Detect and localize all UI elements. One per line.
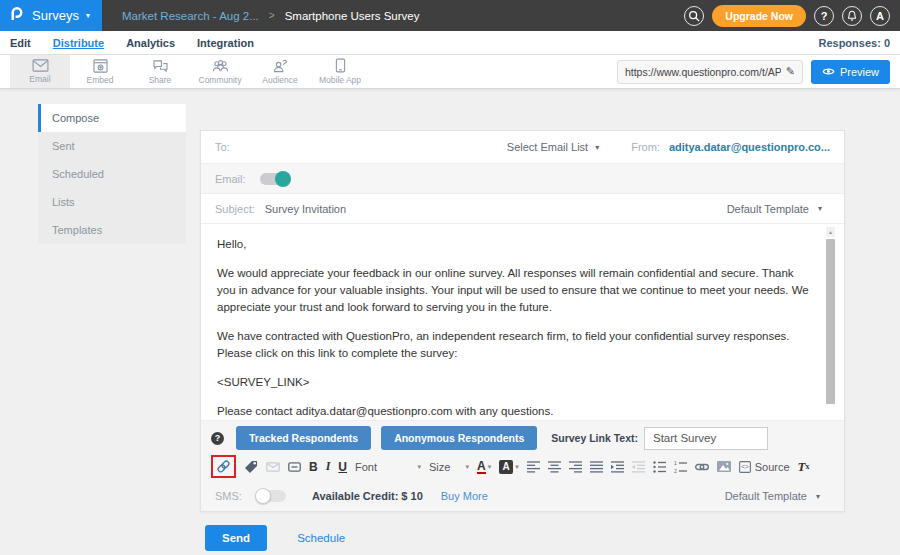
mobile-phone-icon [335, 58, 346, 73]
survey-url-field[interactable]: https://www.questionpro.com/t/APNrFZ ✎ [617, 60, 803, 84]
top-navbar: Surveys ▾ Market Research - Aug 2... > S… [0, 0, 900, 31]
edit-url-icon[interactable]: ✎ [786, 65, 795, 78]
anonymous-respondents-button[interactable]: Anonymous Respondents [381, 426, 537, 450]
channel-tab-mobile-app[interactable]: Mobile App [310, 55, 370, 88]
notifications-button[interactable] [842, 6, 862, 26]
breadcrumb-survey-title: Smartphone Users Survey [285, 10, 420, 22]
app-screen: Surveys ▾ Market Research - Aug 2... > S… [0, 0, 900, 555]
community-people-icon [212, 59, 229, 73]
tracked-respondents-button[interactable]: Tracked Respondents [236, 426, 371, 450]
tag-button[interactable] [244, 460, 258, 474]
available-credit-label: Available Credit: $ 10 [312, 490, 423, 502]
button-icon [288, 462, 301, 472]
font-family-select[interactable]: Font ▾ [355, 461, 421, 473]
italic-button[interactable]: I [326, 459, 331, 474]
survey-link-text-input[interactable] [644, 427, 768, 450]
font-size-select[interactable]: Size ▾ [429, 461, 469, 473]
channel-tab-audience[interactable]: Audience [250, 55, 310, 88]
channel-tab-community[interactable]: Community [190, 55, 250, 88]
chain-link-icon [216, 459, 231, 474]
outdent-button[interactable] [632, 461, 645, 473]
distribute-channel-toolbar: Email Embed Share Community Audience Mob… [0, 55, 900, 89]
tab-integration[interactable]: Integration [197, 37, 254, 49]
numbered-list-button[interactable]: 12 [674, 461, 687, 473]
schedule-link[interactable]: Schedule [297, 532, 345, 544]
buy-more-link[interactable]: Buy More [441, 490, 488, 502]
body-scrollbar[interactable]: ▲ [826, 227, 835, 417]
breadcrumb: Market Research - Aug 2... > Smartphone … [122, 0, 420, 31]
share-chat-icon [152, 59, 168, 73]
select-email-list-dropdown[interactable]: Select Email List ▾ [507, 141, 599, 153]
sidebar-item-sent[interactable]: Sent [38, 132, 186, 160]
help-tooltip-icon[interactable]: ? [211, 432, 224, 445]
align-center-button[interactable] [548, 461, 561, 473]
audience-icon [272, 59, 289, 73]
avatar[interactable]: A [870, 6, 890, 26]
survey-link-text-label: Survey Link Text: [551, 432, 638, 444]
sms-toggle[interactable] [256, 490, 286, 502]
sidebar-item-compose[interactable]: Compose [38, 104, 186, 132]
help-button[interactable]: ? [814, 6, 834, 26]
sidebar-item-lists[interactable]: Lists [38, 188, 186, 216]
compose-panel: To: Select Email List ▾ From: aditya.dat… [200, 130, 845, 512]
email-toggle[interactable] [260, 173, 290, 185]
email-template-dropdown[interactable]: Default Template ▾ [727, 203, 830, 215]
body-paragraph: We would appreciate your feedback in our… [217, 265, 814, 316]
sidebar-item-templates[interactable]: Templates [38, 216, 186, 244]
tab-analytics[interactable]: Analytics [126, 37, 175, 49]
channel-tab-email[interactable]: Email [10, 55, 70, 88]
subject-value[interactable]: Survey Invitation [265, 203, 346, 215]
sidebar-item-scheduled[interactable]: Scheduled [38, 160, 186, 188]
chevron-down-icon: ▾ [595, 143, 599, 152]
email-merge-button[interactable] [266, 462, 280, 472]
insert-image-button[interactable] [717, 461, 731, 472]
envelope-icon [32, 59, 49, 72]
send-button[interactable]: Send [205, 525, 267, 551]
surveys-menu[interactable]: Surveys ▾ [0, 0, 102, 31]
sms-template-dropdown[interactable]: Default Template ▾ [725, 490, 830, 502]
justify-button[interactable] [590, 461, 603, 473]
justify-icon [590, 461, 603, 473]
align-left-icon [527, 461, 540, 473]
remove-format-button[interactable]: Tx [798, 459, 810, 475]
indent-button[interactable] [611, 461, 624, 473]
from-label: From: [631, 141, 660, 153]
align-right-button[interactable] [569, 461, 582, 473]
source-button[interactable]: <> Source [739, 461, 790, 473]
responses-count[interactable]: Responses: 0 [818, 37, 890, 49]
channel-tab-share[interactable]: Share [130, 55, 190, 88]
send-actions: Send Schedule [205, 525, 345, 551]
search-button[interactable] [684, 6, 704, 26]
svg-text:2: 2 [674, 468, 677, 473]
align-center-icon [548, 461, 561, 473]
from-email-value[interactable]: aditya.datar@questionpro.co... [669, 141, 830, 153]
tab-edit[interactable]: Edit [10, 37, 31, 49]
bullet-list-icon [653, 461, 666, 473]
insert-link-button[interactable] [695, 463, 709, 471]
align-left-button[interactable] [527, 461, 540, 473]
to-label: To: [215, 141, 230, 153]
sms-label: SMS: [215, 490, 242, 502]
bullet-list-button[interactable] [653, 461, 666, 473]
survey-subnav: Edit Distribute Analytics Integration Re… [0, 31, 900, 55]
upgrade-now-button[interactable]: Upgrade Now [712, 5, 806, 27]
email-toggle-label: Email: [215, 173, 246, 185]
text-color-button[interactable]: A ▾ [477, 460, 491, 474]
scroll-up-icon[interactable]: ▲ [826, 227, 835, 237]
body-paragraph: We have contracted with QuestionPro, an … [217, 328, 814, 362]
background-color-button[interactable]: A ▾ [499, 460, 519, 474]
insert-survey-link-button-highlighted[interactable] [211, 455, 236, 478]
email-body-editor[interactable]: Hello, We would appreciate your feedback… [201, 224, 844, 421]
body-paragraph: Hello, [217, 236, 814, 253]
tab-distribute[interactable]: Distribute [53, 37, 104, 49]
indent-icon [611, 461, 624, 473]
scrollbar-thumb[interactable] [826, 239, 835, 404]
bold-button[interactable]: B [309, 460, 318, 474]
channel-tab-embed[interactable]: Embed [70, 55, 130, 88]
body-paragraph: <SURVEY_LINK> [217, 374, 814, 391]
button-insert-button[interactable] [288, 462, 301, 472]
preview-button[interactable]: Preview [811, 60, 890, 84]
breadcrumb-folder[interactable]: Market Research - Aug 2... [122, 10, 259, 22]
underline-button[interactable]: U [338, 460, 347, 474]
chevron-down-icon: ▾ [466, 463, 470, 471]
